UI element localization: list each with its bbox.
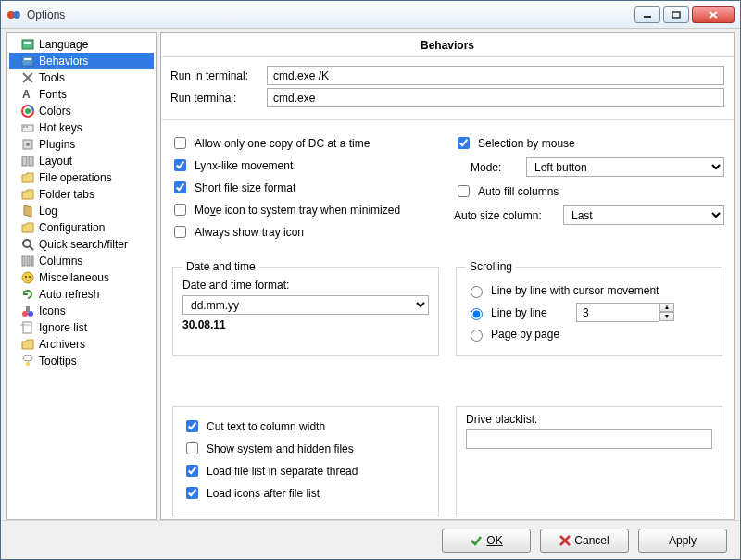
sidebar-item-label: Plugins [39, 138, 75, 151]
svg-point-28 [25, 276, 27, 278]
svg-text:A: A [22, 88, 31, 101]
sidebar-item-label: Configuration [39, 221, 105, 234]
always-tray-checkbox[interactable] [174, 226, 186, 238]
sidebar-item-layout[interactable]: Layout [9, 153, 154, 169]
tray-minimize-label: Move icon to system tray when minimized [195, 204, 400, 217]
scroll-line-cursor-label: Line by line with cursor movement [491, 284, 659, 297]
sidebar-item-label: Tools [39, 71, 65, 84]
datetime-legend: Date and time [182, 260, 259, 273]
ok-label: OK [486, 534, 502, 547]
scroll-line-radio[interactable] [471, 308, 483, 320]
tray-minimize-checkbox[interactable] [174, 204, 186, 216]
allow-one-copy-label: Allow only one copy of DC at a time [195, 137, 370, 150]
cancel-button[interactable]: Cancel [540, 529, 629, 553]
sidebar-item-label: Log [39, 205, 57, 218]
svg-rect-3 [672, 12, 680, 18]
auto-fill-checkbox[interactable] [458, 185, 470, 197]
footer: OK Cancel Apply [1, 520, 740, 559]
auto-size-select[interactable]: Last [563, 205, 724, 225]
sidebar-item-behaviors[interactable]: Behaviors [9, 53, 154, 69]
tooltip-icon [20, 354, 35, 368]
cut-text-checkbox[interactable] [186, 420, 198, 432]
bottom-right-group: Drive blacklist: [456, 406, 722, 516]
titlebar: Options [1, 1, 740, 29]
sidebar-item-quick-search-filter[interactable]: Quick search/filter [9, 236, 154, 253]
sidebar-item-miscellaneous[interactable]: Miscellaneous [9, 269, 154, 286]
run-terminal-label: Run terminal: [170, 92, 259, 105]
load-icons-checkbox[interactable] [186, 487, 198, 499]
main-panel: Behaviors Run in terminal: Run terminal: [160, 32, 735, 520]
ok-button[interactable]: OK [442, 529, 531, 553]
maximize-button[interactable] [663, 6, 689, 23]
sidebar-item-auto-refresh[interactable]: Auto refresh [9, 286, 154, 303]
svg-rect-32 [26, 306, 30, 312]
scroll-line-value-input[interactable] [576, 303, 659, 322]
show-hidden-checkbox[interactable] [186, 442, 198, 454]
run-terminal-input[interactable] [267, 88, 724, 107]
svg-rect-7 [24, 42, 31, 44]
sidebar-item-tools[interactable]: Tools [9, 69, 154, 86]
search-icon [20, 237, 35, 252]
mode-label: Mode: [454, 161, 519, 174]
selection-mouse-checkbox[interactable] [458, 137, 470, 149]
lynx-movement-checkbox[interactable] [174, 159, 186, 171]
scroll-line-cursor-radio[interactable] [471, 286, 483, 298]
always-tray-label: Always show tray icon [195, 226, 304, 239]
sidebar-item-folder-tabs[interactable]: Folder tabs [9, 186, 154, 203]
drive-blacklist-label: Drive blacklist: [466, 413, 712, 426]
archive-icon [20, 337, 35, 352]
foldertabs-icon [20, 187, 35, 202]
sidebar-item-configuration[interactable]: Configuration [9, 219, 154, 236]
svg-rect-21 [29, 156, 33, 166]
colors-icon [20, 104, 35, 118]
spin-down-button[interactable]: ▼ [659, 312, 674, 321]
load-thread-checkbox[interactable] [186, 465, 198, 477]
sidebar-item-colors[interactable]: Colors [9, 103, 154, 119]
sidebar-item-file-operations[interactable]: File operations [9, 169, 154, 186]
mode-select[interactable]: Left button [526, 157, 724, 177]
sidebar-item-tooltips[interactable]: Tooltips [9, 353, 154, 369]
right-check-group: Selection by mouse Mode: Left button Aut… [454, 130, 724, 245]
svg-point-22 [23, 240, 31, 247]
svg-line-23 [30, 246, 33, 250]
short-size-checkbox[interactable] [174, 181, 186, 193]
minimize-button[interactable] [634, 6, 660, 23]
sidebar-item-hot-keys[interactable]: Hot keys [9, 119, 154, 136]
sidebar-item-label: File operations [39, 171, 112, 184]
x-icon [559, 535, 571, 546]
apply-label: Apply [669, 534, 697, 547]
sidebar-item-language[interactable]: Language [9, 36, 154, 53]
svg-rect-24 [22, 256, 25, 266]
sidebar-item-plugins[interactable]: Plugins [9, 136, 154, 153]
drive-blacklist-input[interactable] [466, 429, 712, 449]
columns-icon [20, 254, 35, 268]
sidebar-item-log[interactable]: Log [9, 203, 154, 219]
sidebar-item-label: Language [39, 38, 88, 51]
left-check-group: Allow only one copy of DC at a time Lynx… [170, 130, 441, 245]
fileops-icon [20, 170, 35, 185]
refresh-icon [20, 287, 35, 302]
scrolling-fieldset: Scrolling Line by line with cursor movem… [456, 260, 722, 356]
sidebar-item-ignore-list[interactable]: Ignore list [9, 319, 154, 336]
datetime-example: 30.08.11 [182, 318, 429, 331]
svg-point-35 [23, 355, 32, 361]
sidebar-item-label: Archivers [39, 338, 85, 351]
scroll-page-radio[interactable] [471, 330, 483, 342]
sidebar-item-archivers[interactable]: Archivers [9, 336, 154, 353]
svg-rect-16 [23, 126, 25, 128]
svg-rect-9 [24, 58, 31, 60]
sidebar-item-icons[interactable]: Icons [9, 303, 154, 319]
hotkeys-icon [20, 120, 35, 135]
apply-button[interactable]: Apply [638, 529, 727, 553]
sidebar-item-columns[interactable]: Columns [9, 253, 154, 269]
datetime-format-select[interactable]: dd.mm.yy [182, 295, 429, 315]
spin-up-button[interactable]: ▲ [659, 303, 674, 312]
sidebar-item-fonts[interactable]: AFonts [9, 86, 154, 103]
svg-rect-6 [22, 40, 33, 49]
run-in-terminal-input[interactable] [267, 66, 724, 85]
language-icon [20, 37, 35, 52]
allow-one-copy-checkbox[interactable] [174, 137, 186, 149]
sidebar-item-label: Folder tabs [39, 188, 94, 201]
close-button[interactable] [692, 6, 735, 23]
sidebar-item-label: Ignore list [39, 321, 87, 334]
